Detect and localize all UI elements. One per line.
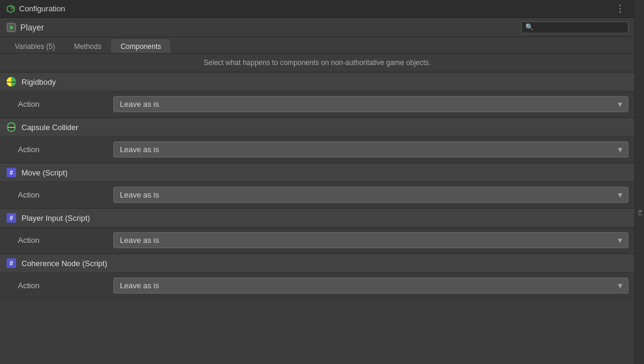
section-player-input-script: # Player Input (Script) Action Leave as … xyxy=(0,208,634,254)
coherence-node-script-header: # Coherence Node (Script) xyxy=(0,254,634,273)
rigidbody-action-row: Action Leave as is Disable Remove ▼ xyxy=(0,91,634,118)
player-input-dropdown-wrapper: Leave as is Disable Remove ▼ xyxy=(113,232,628,248)
content-area: Rigidbody Action Leave as is Disable Rem… xyxy=(0,72,634,364)
move-script-header: # Move (Script) xyxy=(0,163,634,182)
move-script-icon: # xyxy=(6,167,17,178)
menu-icon[interactable]: ⋮ xyxy=(612,2,628,16)
coherence-node-action-row: Action Leave as is Disable Remove ▼ xyxy=(0,273,634,299)
rigidbody-title: Rigidbody xyxy=(21,78,56,87)
panel: Configuration ⋮ Player 🔍 Variables (5) xyxy=(0,0,635,364)
section-coherence-node-script: # Coherence Node (Script) Action Leave a… xyxy=(0,254,634,299)
capsule-collider-icon xyxy=(6,122,17,132)
player-input-script-header: # Player Input (Script) xyxy=(0,208,634,227)
player-title: Player xyxy=(20,23,521,32)
move-script-action-row: Action Leave as is Disable Remove ▼ xyxy=(0,182,634,208)
capsule-collider-action-row: Action Leave as is Disable Remove ▼ xyxy=(0,137,634,163)
capsule-collider-dropdown-wrapper: Leave as is Disable Remove ▼ xyxy=(113,141,628,158)
search-box[interactable]: 🔍 xyxy=(521,21,628,33)
capsule-collider-title: Capsule Collider xyxy=(21,123,78,132)
tab-variables[interactable]: Variables (5) xyxy=(6,39,64,53)
rigidbody-dropdown-wrapper: Leave as is Disable Remove ▼ xyxy=(113,96,628,112)
configuration-icon xyxy=(6,4,16,14)
rigidbody-icon xyxy=(6,76,17,87)
move-script-action-label: Action xyxy=(18,190,113,199)
move-script-action-dropdown[interactable]: Leave as is Disable Remove xyxy=(113,187,628,203)
capsule-collider-action-dropdown[interactable]: Leave as is Disable Remove xyxy=(113,141,628,158)
side-strip-label: rk xyxy=(636,209,643,215)
search-icon: 🔍 xyxy=(525,23,534,31)
search-input[interactable] xyxy=(536,23,624,32)
section-capsule-collider: Capsule Collider Action Leave as is Disa… xyxy=(0,118,634,163)
tab-components[interactable]: Components xyxy=(112,39,170,53)
player-input-script-icon: # xyxy=(6,212,17,223)
player-input-action-dropdown[interactable]: Leave as is Disable Remove xyxy=(113,232,628,248)
rigidbody-action-dropdown[interactable]: Leave as is Disable Remove xyxy=(113,96,628,112)
title-bar: Configuration ⋮ xyxy=(0,0,634,18)
rigidbody-action-label: Action xyxy=(18,100,113,109)
player-input-action-row: Action Leave as is Disable Remove ▼ xyxy=(0,227,634,254)
tab-methods[interactable]: Methods xyxy=(65,39,110,53)
player-bar: Player 🔍 xyxy=(0,18,634,37)
main-container: Configuration ⋮ Player 🔍 Variables (5) xyxy=(0,0,644,364)
coherence-node-action-label: Action xyxy=(18,281,113,290)
coherence-node-script-icon: # xyxy=(6,258,17,269)
coherence-node-action-dropdown[interactable]: Leave as is Disable Remove xyxy=(113,277,628,294)
coherence-node-dropdown-wrapper: Leave as is Disable Remove ▼ xyxy=(113,277,628,294)
title-bar-title: Configuration xyxy=(19,4,612,13)
side-strip: rk xyxy=(635,0,644,364)
capsule-collider-action-label: Action xyxy=(18,145,113,154)
player-input-action-label: Action xyxy=(18,236,113,245)
tabs-bar: Variables (5) Methods Components xyxy=(0,37,634,54)
capsule-collider-header: Capsule Collider xyxy=(0,118,634,137)
section-move-script: # Move (Script) Action Leave as is Disab… xyxy=(0,163,634,208)
player-icon xyxy=(6,22,17,33)
description-bar: Select what happens to components on non… xyxy=(0,54,634,72)
section-rigidbody: Rigidbody Action Leave as is Disable Rem… xyxy=(0,72,634,118)
coherence-node-script-title: Coherence Node (Script) xyxy=(21,259,107,268)
rigidbody-header: Rigidbody xyxy=(0,72,634,91)
move-script-dropdown-wrapper: Leave as is Disable Remove ▼ xyxy=(113,187,628,203)
player-input-script-title: Player Input (Script) xyxy=(21,214,90,223)
move-script-title: Move (Script) xyxy=(21,168,67,177)
